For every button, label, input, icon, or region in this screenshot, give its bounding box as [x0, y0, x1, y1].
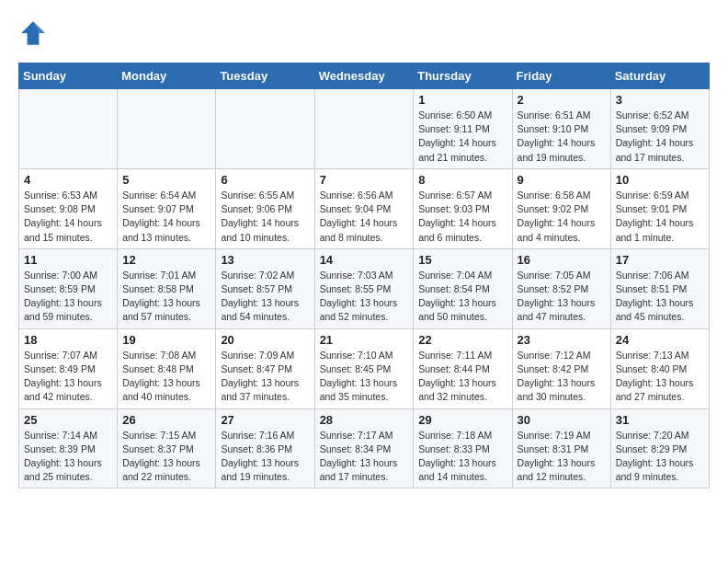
day-info: Sunrise: 7:03 AM Sunset: 8:55 PM Dayligh…	[320, 269, 409, 325]
calendar-cell: 28Sunrise: 7:17 AM Sunset: 8:34 PM Dayli…	[314, 408, 414, 488]
weekday-header-monday: Monday	[118, 63, 216, 89]
calendar-cell	[216, 89, 314, 169]
weekday-header-friday: Friday	[512, 63, 610, 89]
calendar-cell: 16Sunrise: 7:05 AM Sunset: 8:52 PM Dayli…	[512, 248, 610, 328]
calendar-cell	[314, 89, 414, 169]
day-info: Sunrise: 7:15 AM Sunset: 8:37 PM Dayligh…	[122, 429, 210, 485]
day-info: Sunrise: 7:20 AM Sunset: 8:29 PM Dayligh…	[616, 429, 704, 485]
weekday-header-saturday: Saturday	[610, 63, 709, 89]
day-number: 21	[320, 333, 409, 347]
day-number: 24	[616, 333, 704, 347]
calendar-cell: 31Sunrise: 7:20 AM Sunset: 8:29 PM Dayli…	[610, 408, 709, 488]
day-number: 1	[418, 93, 506, 107]
calendar-cell: 23Sunrise: 7:12 AM Sunset: 8:42 PM Dayli…	[512, 328, 610, 408]
day-number: 18	[24, 333, 112, 347]
day-info: Sunrise: 7:12 AM Sunset: 8:42 PM Dayligh…	[518, 349, 606, 405]
weekday-header-row: SundayMondayTuesdayWednesdayThursdayFrid…	[19, 63, 710, 89]
calendar-cell: 13Sunrise: 7:02 AM Sunset: 8:57 PM Dayli…	[216, 248, 314, 328]
day-info: Sunrise: 7:16 AM Sunset: 8:36 PM Dayligh…	[221, 429, 309, 485]
calendar-cell: 19Sunrise: 7:08 AM Sunset: 8:48 PM Dayli…	[118, 328, 216, 408]
week-row-5: 25Sunrise: 7:14 AM Sunset: 8:39 PM Dayli…	[19, 408, 710, 488]
day-info: Sunrise: 7:19 AM Sunset: 8:31 PM Dayligh…	[518, 429, 606, 485]
day-number: 15	[418, 253, 506, 267]
calendar-cell: 5Sunrise: 6:54 AM Sunset: 9:07 PM Daylig…	[118, 168, 216, 248]
day-number: 5	[122, 173, 210, 187]
day-info: Sunrise: 7:08 AM Sunset: 8:48 PM Dayligh…	[122, 349, 210, 405]
day-info: Sunrise: 7:02 AM Sunset: 8:57 PM Dayligh…	[221, 269, 309, 325]
calendar-cell: 25Sunrise: 7:14 AM Sunset: 8:39 PM Dayli…	[19, 408, 118, 488]
calendar-cell: 24Sunrise: 7:13 AM Sunset: 8:40 PM Dayli…	[610, 328, 709, 408]
day-info: Sunrise: 7:01 AM Sunset: 8:58 PM Dayligh…	[122, 269, 210, 325]
day-info: Sunrise: 6:50 AM Sunset: 9:11 PM Dayligh…	[418, 109, 506, 165]
calendar-cell: 22Sunrise: 7:11 AM Sunset: 8:44 PM Dayli…	[414, 328, 512, 408]
day-info: Sunrise: 7:04 AM Sunset: 8:54 PM Dayligh…	[418, 269, 506, 325]
day-number: 17	[616, 253, 704, 267]
day-number: 27	[221, 413, 309, 427]
day-number: 10	[616, 173, 704, 187]
week-row-4: 18Sunrise: 7:07 AM Sunset: 8:49 PM Dayli…	[19, 328, 710, 408]
weekday-header-sunday: Sunday	[19, 63, 118, 89]
calendar-cell: 29Sunrise: 7:18 AM Sunset: 8:33 PM Dayli…	[414, 408, 512, 488]
calendar-cell: 4Sunrise: 6:53 AM Sunset: 9:08 PM Daylig…	[19, 168, 118, 248]
day-number: 12	[122, 253, 210, 267]
calendar-cell: 10Sunrise: 6:59 AM Sunset: 9:01 PM Dayli…	[610, 168, 709, 248]
day-number: 14	[320, 253, 409, 267]
calendar-cell: 11Sunrise: 7:00 AM Sunset: 8:59 PM Dayli…	[19, 248, 118, 328]
calendar-cell	[19, 89, 118, 169]
day-number: 7	[320, 173, 409, 187]
day-number: 28	[320, 413, 409, 427]
day-info: Sunrise: 6:55 AM Sunset: 9:06 PM Dayligh…	[221, 189, 309, 245]
week-row-2: 4Sunrise: 6:53 AM Sunset: 9:08 PM Daylig…	[19, 168, 710, 248]
day-info: Sunrise: 6:53 AM Sunset: 9:08 PM Dayligh…	[24, 189, 112, 245]
calendar-cell: 12Sunrise: 7:01 AM Sunset: 8:58 PM Dayli…	[118, 248, 216, 328]
week-row-1: 1Sunrise: 6:50 AM Sunset: 9:11 PM Daylig…	[19, 89, 710, 169]
day-info: Sunrise: 7:00 AM Sunset: 8:59 PM Dayligh…	[24, 269, 112, 325]
day-info: Sunrise: 6:59 AM Sunset: 9:01 PM Dayligh…	[616, 189, 704, 245]
day-number: 25	[24, 413, 112, 427]
day-info: Sunrise: 6:57 AM Sunset: 9:03 PM Dayligh…	[418, 189, 506, 245]
day-info: Sunrise: 7:05 AM Sunset: 8:52 PM Dayligh…	[518, 269, 606, 325]
day-number: 22	[418, 333, 506, 347]
calendar-cell: 14Sunrise: 7:03 AM Sunset: 8:55 PM Dayli…	[314, 248, 414, 328]
day-info: Sunrise: 7:18 AM Sunset: 8:33 PM Dayligh…	[418, 429, 506, 485]
calendar-cell: 18Sunrise: 7:07 AM Sunset: 8:49 PM Dayli…	[19, 328, 118, 408]
day-info: Sunrise: 7:13 AM Sunset: 8:40 PM Dayligh…	[616, 349, 704, 405]
calendar-cell: 1Sunrise: 6:50 AM Sunset: 9:11 PM Daylig…	[414, 89, 512, 169]
day-number: 26	[122, 413, 210, 427]
logo	[18, 18, 51, 48]
day-number: 9	[518, 173, 606, 187]
day-info: Sunrise: 7:07 AM Sunset: 8:49 PM Dayligh…	[24, 349, 112, 405]
calendar-cell: 30Sunrise: 7:19 AM Sunset: 8:31 PM Dayli…	[512, 408, 610, 488]
calendar-cell: 3Sunrise: 6:52 AM Sunset: 9:09 PM Daylig…	[610, 89, 709, 169]
calendar-table: SundayMondayTuesdayWednesdayThursdayFrid…	[18, 63, 710, 488]
day-info: Sunrise: 6:58 AM Sunset: 9:02 PM Dayligh…	[518, 189, 606, 245]
day-info: Sunrise: 7:09 AM Sunset: 8:47 PM Dayligh…	[221, 349, 309, 405]
day-info: Sunrise: 7:06 AM Sunset: 8:51 PM Dayligh…	[616, 269, 704, 325]
day-number: 8	[418, 173, 506, 187]
day-info: Sunrise: 7:14 AM Sunset: 8:39 PM Dayligh…	[24, 429, 112, 485]
logo-icon	[18, 18, 48, 48]
day-number: 2	[518, 93, 606, 107]
day-number: 29	[418, 413, 506, 427]
day-number: 31	[616, 413, 704, 427]
day-number: 20	[221, 333, 309, 347]
calendar-cell: 17Sunrise: 7:06 AM Sunset: 8:51 PM Dayli…	[610, 248, 709, 328]
calendar-cell: 2Sunrise: 6:51 AM Sunset: 9:10 PM Daylig…	[512, 89, 610, 169]
calendar-cell: 9Sunrise: 6:58 AM Sunset: 9:02 PM Daylig…	[512, 168, 610, 248]
day-number: 19	[122, 333, 210, 347]
week-row-3: 11Sunrise: 7:00 AM Sunset: 8:59 PM Dayli…	[19, 248, 710, 328]
calendar-cell: 15Sunrise: 7:04 AM Sunset: 8:54 PM Dayli…	[414, 248, 512, 328]
day-info: Sunrise: 6:51 AM Sunset: 9:10 PM Dayligh…	[518, 109, 606, 165]
day-number: 13	[221, 253, 309, 267]
calendar-cell: 20Sunrise: 7:09 AM Sunset: 8:47 PM Dayli…	[216, 328, 314, 408]
day-info: Sunrise: 7:11 AM Sunset: 8:44 PM Dayligh…	[418, 349, 506, 405]
calendar-cell: 8Sunrise: 6:57 AM Sunset: 9:03 PM Daylig…	[414, 168, 512, 248]
day-number: 3	[616, 93, 704, 107]
weekday-header-thursday: Thursday	[414, 63, 512, 89]
weekday-header-wednesday: Wednesday	[314, 63, 414, 89]
calendar-cell: 21Sunrise: 7:10 AM Sunset: 8:45 PM Dayli…	[314, 328, 414, 408]
day-info: Sunrise: 6:56 AM Sunset: 9:04 PM Dayligh…	[320, 189, 409, 245]
day-number: 23	[518, 333, 606, 347]
page-header	[18, 18, 710, 48]
day-number: 30	[518, 413, 606, 427]
